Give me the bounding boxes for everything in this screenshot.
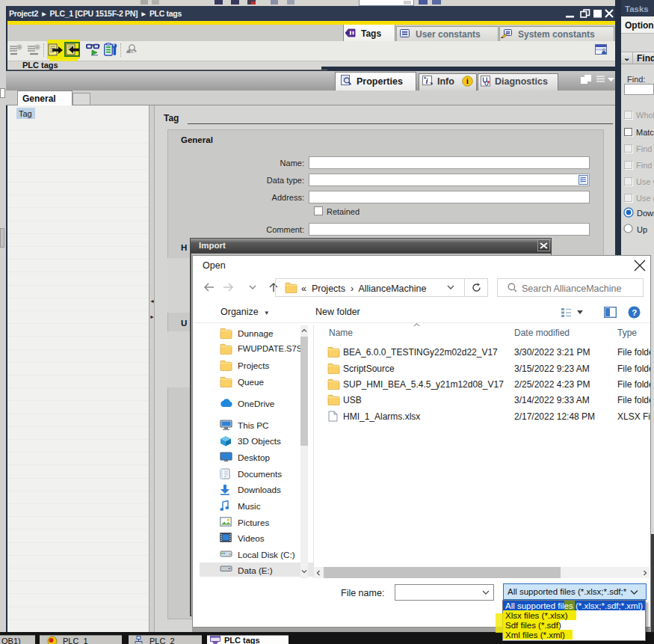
svg-text:i: i (466, 76, 469, 85)
svg-text:?: ? (632, 308, 637, 317)
